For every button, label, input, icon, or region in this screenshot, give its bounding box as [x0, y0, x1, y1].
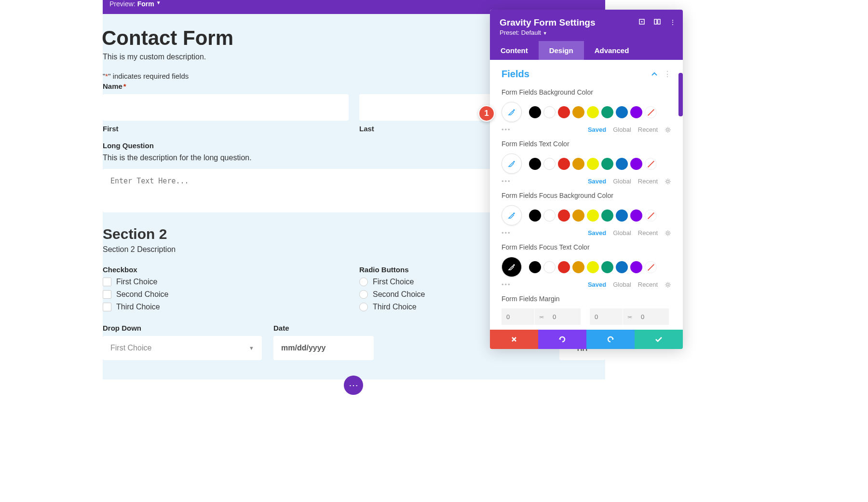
snap-icon[interactable]	[654, 18, 661, 26]
color-swatch[interactable]	[558, 261, 570, 273]
gear-icon[interactable]	[665, 126, 671, 133]
color-swatch[interactable]	[529, 209, 541, 222]
radio-icon	[359, 290, 368, 299]
tab-content[interactable]: Content	[490, 41, 539, 60]
checkbox-option[interactable]: First Choice	[103, 278, 349, 286]
more-icon[interactable]: ⋮	[669, 18, 676, 26]
color-swatch[interactable]	[587, 261, 599, 273]
link-icon[interactable]: ⫘	[534, 308, 548, 325]
radio-icon	[359, 303, 368, 311]
date-input[interactable]: mm/dd/yyyy	[273, 336, 374, 360]
tab-advanced[interactable]: Advanced	[584, 41, 640, 60]
gear-icon[interactable]	[665, 178, 671, 185]
margin-right-input[interactable]	[636, 308, 669, 325]
margin-left-input[interactable]	[590, 308, 623, 325]
undo-icon	[558, 336, 567, 343]
color-swatch-none[interactable]	[645, 209, 657, 222]
more-icon[interactable]: •••	[502, 178, 511, 185]
palette-tab-saved[interactable]: Saved	[588, 281, 606, 288]
color-swatch[interactable]	[616, 106, 628, 118]
palette-tab-global[interactable]: Global	[613, 178, 631, 185]
collapse-icon[interactable]	[651, 71, 658, 78]
gear-icon[interactable]	[665, 230, 671, 237]
palette-tab-recent[interactable]: Recent	[638, 126, 658, 133]
color-swatch[interactable]	[630, 106, 642, 118]
eyedropper-button[interactable]	[502, 102, 522, 122]
eyedropper-button[interactable]	[502, 153, 522, 174]
link-icon[interactable]: ⫘	[623, 308, 636, 325]
more-icon[interactable]: •••	[502, 229, 511, 237]
more-icon[interactable]: ⋮	[664, 70, 671, 79]
color-swatch[interactable]	[572, 209, 584, 222]
color-swatch[interactable]	[587, 106, 599, 118]
color-swatch[interactable]	[616, 209, 628, 222]
gear-icon[interactable]	[665, 281, 671, 288]
palette-tab-global[interactable]: Global	[613, 281, 631, 288]
color-swatch[interactable]	[529, 261, 541, 273]
panel-tabs: Content Design Advanced	[490, 41, 683, 60]
color-swatch-none[interactable]	[645, 106, 657, 118]
preset-dropdown[interactable]: Preset: Default ▼	[500, 29, 673, 36]
eyedropper-button[interactable]	[502, 257, 522, 277]
color-swatch[interactable]	[529, 158, 541, 170]
palette-tab-global[interactable]: Global	[613, 229, 631, 237]
color-swatch[interactable]	[630, 209, 642, 222]
color-swatch[interactable]	[572, 261, 584, 273]
dropdown-label: Drop Down	[103, 324, 262, 332]
palette-tab-recent[interactable]: Recent	[638, 229, 658, 237]
color-swatch[interactable]	[543, 158, 556, 170]
save-button[interactable]	[635, 330, 683, 349]
color-swatch[interactable]	[558, 209, 570, 222]
palette-tab-recent[interactable]: Recent	[638, 178, 658, 185]
color-swatch[interactable]	[630, 158, 642, 170]
color-swatch[interactable]	[601, 209, 613, 222]
svg-point-6	[667, 232, 669, 234]
palette-tab-saved[interactable]: Saved	[588, 229, 606, 237]
svg-point-7	[667, 283, 669, 286]
color-swatch[interactable]	[601, 158, 613, 170]
color-swatch[interactable]	[572, 106, 584, 118]
dropdown-select[interactable]: First Choice ▼	[103, 336, 262, 360]
checkbox-option[interactable]: Third Choice	[103, 303, 349, 311]
color-swatch[interactable]	[587, 158, 599, 170]
margin-top-input[interactable]	[502, 308, 534, 325]
first-name-input[interactable]	[103, 94, 349, 121]
eyedropper-icon	[508, 160, 515, 167]
module-actions-button[interactable]: ⋯	[344, 376, 363, 395]
first-name-sublabel: First	[103, 125, 349, 133]
cancel-button[interactable]	[490, 330, 538, 349]
palette-tab-saved[interactable]: Saved	[588, 178, 606, 185]
margin-bottom-input[interactable]	[548, 308, 581, 325]
checkbox-option[interactable]: Second Choice	[103, 290, 349, 299]
svg-rect-2	[654, 19, 657, 24]
fields-section-title[interactable]: Fields	[502, 69, 529, 80]
color-swatch[interactable]	[601, 261, 613, 273]
color-swatch[interactable]	[630, 261, 642, 273]
color-swatch[interactable]	[587, 209, 599, 222]
color-swatch[interactable]	[558, 158, 570, 170]
color-swatch[interactable]	[572, 158, 584, 170]
undo-button[interactable]	[538, 330, 586, 349]
color-swatch[interactable]	[616, 261, 628, 273]
color-swatch[interactable]	[543, 106, 556, 118]
eyedropper-button[interactable]	[502, 205, 522, 225]
color-swatch[interactable]	[529, 106, 541, 118]
redo-button[interactable]	[586, 330, 635, 349]
palette-tab-global[interactable]: Global	[613, 126, 631, 133]
checkbox-icon	[103, 278, 111, 286]
palette-tab-saved[interactable]: Saved	[588, 126, 606, 133]
color-swatch[interactable]	[616, 158, 628, 170]
color-swatch-none[interactable]	[645, 158, 657, 170]
color-swatch-none[interactable]	[645, 261, 657, 273]
color-swatch[interactable]	[543, 209, 556, 222]
expand-icon[interactable]	[638, 18, 645, 26]
color-section-label: Form Fields Text Color	[502, 140, 671, 148]
checkbox-icon	[103, 303, 111, 311]
more-icon[interactable]: •••	[502, 126, 511, 133]
color-swatch[interactable]	[601, 106, 613, 118]
color-swatch[interactable]	[558, 106, 570, 118]
tab-design[interactable]: Design	[539, 41, 584, 60]
palette-tab-recent[interactable]: Recent	[638, 281, 658, 288]
color-swatch[interactable]	[543, 261, 556, 273]
more-icon[interactable]: •••	[502, 281, 511, 288]
